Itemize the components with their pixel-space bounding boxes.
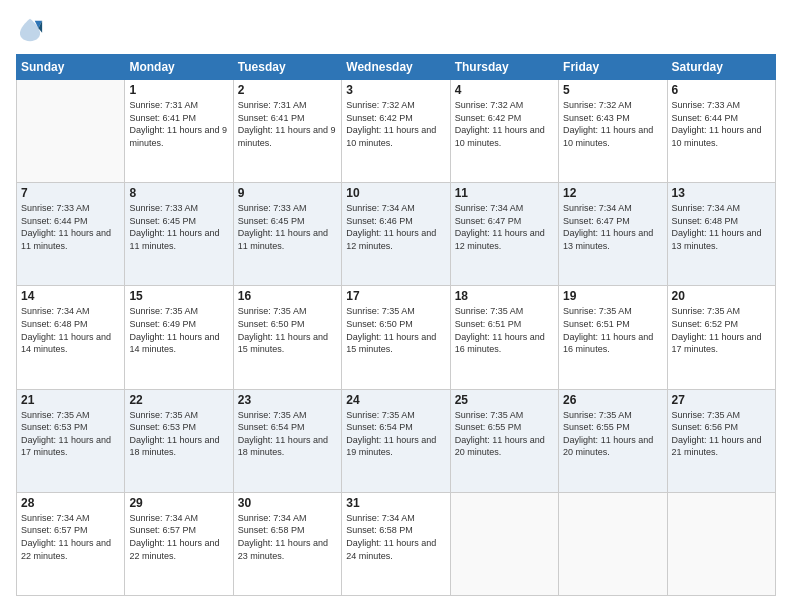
sunrise: Sunrise: 7:34 AM xyxy=(563,203,632,213)
sunrise: Sunrise: 7:35 AM xyxy=(672,410,741,420)
sunset: Sunset: 6:55 PM xyxy=(563,422,630,432)
sunrise: Sunrise: 7:33 AM xyxy=(21,203,90,213)
sunrise: Sunrise: 7:34 AM xyxy=(346,203,415,213)
sunset: Sunset: 6:57 PM xyxy=(21,525,88,535)
sunset: Sunset: 6:50 PM xyxy=(238,319,305,329)
daylight: Daylight: 11 hours and 23 minutes. xyxy=(238,538,328,561)
day-number: 7 xyxy=(21,186,120,200)
day-number: 3 xyxy=(346,83,445,97)
weekday-header-monday: Monday xyxy=(125,55,233,80)
sunrise: Sunrise: 7:35 AM xyxy=(455,306,524,316)
sunrise: Sunrise: 7:34 AM xyxy=(672,203,741,213)
day-cell: 15 Sunrise: 7:35 AM Sunset: 6:49 PM Dayl… xyxy=(125,286,233,389)
day-cell: 11 Sunrise: 7:34 AM Sunset: 6:47 PM Dayl… xyxy=(450,183,558,286)
day-number: 29 xyxy=(129,496,228,510)
day-cell: 31 Sunrise: 7:34 AM Sunset: 6:58 PM Dayl… xyxy=(342,492,450,595)
logo-icon xyxy=(16,16,44,44)
daylight: Daylight: 11 hours and 12 minutes. xyxy=(455,228,545,251)
day-info: Sunrise: 7:33 AM Sunset: 6:44 PM Dayligh… xyxy=(672,99,771,149)
sunset: Sunset: 6:43 PM xyxy=(563,113,630,123)
day-cell: 13 Sunrise: 7:34 AM Sunset: 6:48 PM Dayl… xyxy=(667,183,775,286)
daylight: Daylight: 11 hours and 10 minutes. xyxy=(346,125,436,148)
sunset: Sunset: 6:41 PM xyxy=(129,113,196,123)
day-number: 14 xyxy=(21,289,120,303)
day-number: 10 xyxy=(346,186,445,200)
sunrise: Sunrise: 7:35 AM xyxy=(238,410,307,420)
sunset: Sunset: 6:49 PM xyxy=(129,319,196,329)
day-cell: 25 Sunrise: 7:35 AM Sunset: 6:55 PM Dayl… xyxy=(450,389,558,492)
sunrise: Sunrise: 7:33 AM xyxy=(238,203,307,213)
daylight: Daylight: 11 hours and 18 minutes. xyxy=(129,435,219,458)
day-info: Sunrise: 7:35 AM Sunset: 6:54 PM Dayligh… xyxy=(238,409,337,459)
sunrise: Sunrise: 7:35 AM xyxy=(563,306,632,316)
day-number: 31 xyxy=(346,496,445,510)
day-number: 27 xyxy=(672,393,771,407)
day-cell: 30 Sunrise: 7:34 AM Sunset: 6:58 PM Dayl… xyxy=(233,492,341,595)
day-info: Sunrise: 7:32 AM Sunset: 6:42 PM Dayligh… xyxy=(346,99,445,149)
daylight: Daylight: 11 hours and 9 minutes. xyxy=(129,125,227,148)
sunset: Sunset: 6:48 PM xyxy=(21,319,88,329)
sunset: Sunset: 6:52 PM xyxy=(672,319,739,329)
day-cell: 23 Sunrise: 7:35 AM Sunset: 6:54 PM Dayl… xyxy=(233,389,341,492)
weekday-header-thursday: Thursday xyxy=(450,55,558,80)
day-number: 15 xyxy=(129,289,228,303)
day-number: 5 xyxy=(563,83,662,97)
daylight: Daylight: 11 hours and 9 minutes. xyxy=(238,125,336,148)
day-cell: 29 Sunrise: 7:34 AM Sunset: 6:57 PM Dayl… xyxy=(125,492,233,595)
day-number: 22 xyxy=(129,393,228,407)
sunrise: Sunrise: 7:33 AM xyxy=(129,203,198,213)
day-number: 6 xyxy=(672,83,771,97)
day-number: 25 xyxy=(455,393,554,407)
day-info: Sunrise: 7:34 AM Sunset: 6:58 PM Dayligh… xyxy=(346,512,445,562)
sunset: Sunset: 6:58 PM xyxy=(238,525,305,535)
daylight: Daylight: 11 hours and 10 minutes. xyxy=(563,125,653,148)
day-info: Sunrise: 7:34 AM Sunset: 6:46 PM Dayligh… xyxy=(346,202,445,252)
day-info: Sunrise: 7:35 AM Sunset: 6:54 PM Dayligh… xyxy=(346,409,445,459)
day-cell: 5 Sunrise: 7:32 AM Sunset: 6:43 PM Dayli… xyxy=(559,80,667,183)
sunrise: Sunrise: 7:34 AM xyxy=(238,513,307,523)
sunset: Sunset: 6:48 PM xyxy=(672,216,739,226)
sunrise: Sunrise: 7:34 AM xyxy=(21,513,90,523)
day-number: 1 xyxy=(129,83,228,97)
daylight: Daylight: 11 hours and 14 minutes. xyxy=(129,332,219,355)
daylight: Daylight: 11 hours and 21 minutes. xyxy=(672,435,762,458)
day-number: 18 xyxy=(455,289,554,303)
day-info: Sunrise: 7:31 AM Sunset: 6:41 PM Dayligh… xyxy=(129,99,228,149)
day-number: 4 xyxy=(455,83,554,97)
daylight: Daylight: 11 hours and 11 minutes. xyxy=(21,228,111,251)
day-number: 9 xyxy=(238,186,337,200)
day-cell: 10 Sunrise: 7:34 AM Sunset: 6:46 PM Dayl… xyxy=(342,183,450,286)
day-info: Sunrise: 7:34 AM Sunset: 6:57 PM Dayligh… xyxy=(129,512,228,562)
week-row-5: 28 Sunrise: 7:34 AM Sunset: 6:57 PM Dayl… xyxy=(17,492,776,595)
day-number: 19 xyxy=(563,289,662,303)
day-cell: 28 Sunrise: 7:34 AM Sunset: 6:57 PM Dayl… xyxy=(17,492,125,595)
daylight: Daylight: 11 hours and 16 minutes. xyxy=(563,332,653,355)
day-info: Sunrise: 7:34 AM Sunset: 6:48 PM Dayligh… xyxy=(672,202,771,252)
sunrise: Sunrise: 7:35 AM xyxy=(346,410,415,420)
day-cell: 17 Sunrise: 7:35 AM Sunset: 6:50 PM Dayl… xyxy=(342,286,450,389)
day-cell: 24 Sunrise: 7:35 AM Sunset: 6:54 PM Dayl… xyxy=(342,389,450,492)
day-number: 23 xyxy=(238,393,337,407)
day-info: Sunrise: 7:35 AM Sunset: 6:55 PM Dayligh… xyxy=(563,409,662,459)
daylight: Daylight: 11 hours and 13 minutes. xyxy=(563,228,653,251)
sunrise: Sunrise: 7:35 AM xyxy=(129,306,198,316)
day-cell xyxy=(450,492,558,595)
day-cell: 6 Sunrise: 7:33 AM Sunset: 6:44 PM Dayli… xyxy=(667,80,775,183)
daylight: Daylight: 11 hours and 15 minutes. xyxy=(238,332,328,355)
day-cell: 27 Sunrise: 7:35 AM Sunset: 6:56 PM Dayl… xyxy=(667,389,775,492)
sunrise: Sunrise: 7:32 AM xyxy=(455,100,524,110)
daylight: Daylight: 11 hours and 20 minutes. xyxy=(455,435,545,458)
daylight: Daylight: 11 hours and 11 minutes. xyxy=(238,228,328,251)
weekday-header-friday: Friday xyxy=(559,55,667,80)
day-cell xyxy=(17,80,125,183)
header xyxy=(16,16,776,44)
week-row-4: 21 Sunrise: 7:35 AM Sunset: 6:53 PM Dayl… xyxy=(17,389,776,492)
day-cell: 20 Sunrise: 7:35 AM Sunset: 6:52 PM Dayl… xyxy=(667,286,775,389)
sunrise: Sunrise: 7:35 AM xyxy=(346,306,415,316)
day-info: Sunrise: 7:35 AM Sunset: 6:49 PM Dayligh… xyxy=(129,305,228,355)
sunset: Sunset: 6:44 PM xyxy=(21,216,88,226)
sunset: Sunset: 6:55 PM xyxy=(455,422,522,432)
sunrise: Sunrise: 7:31 AM xyxy=(238,100,307,110)
sunrise: Sunrise: 7:33 AM xyxy=(672,100,741,110)
day-cell: 12 Sunrise: 7:34 AM Sunset: 6:47 PM Dayl… xyxy=(559,183,667,286)
